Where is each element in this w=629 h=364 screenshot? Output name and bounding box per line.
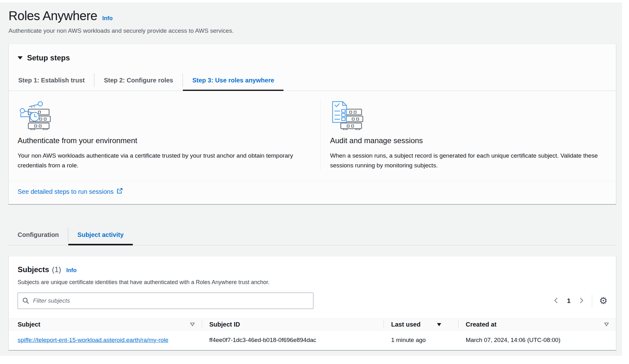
checklist-document-server-icon (330, 126, 365, 131)
sort-icon-outline[interactable] (190, 322, 195, 327)
audit-description: When a session runs, a subject record is… (330, 151, 607, 170)
pagination-current-page[interactable]: 1 (567, 297, 570, 305)
subjects-count: (1) (52, 265, 61, 274)
tab-step1-establish-trust[interactable]: Step 1: Establish trust (9, 70, 94, 91)
subjects-table-header: Subject Subject ID Last used Created at (9, 318, 616, 330)
chevron-left-icon (554, 297, 558, 305)
sort-icon-outline[interactable] (604, 322, 609, 327)
authenticate-description: Your non AWS workloads authenticate via … (18, 151, 295, 170)
page-subtitle: Authenticate your non AWS workloads and … (8, 27, 616, 34)
created-at-cell: March 07, 2024, 14:06 (UTC-08:00) (458, 337, 616, 344)
detailed-steps-link[interactable]: See detailed steps to run sessions (18, 188, 123, 196)
tab-step3-use-roles-anywhere[interactable]: Step 3: Use roles anywhere (183, 70, 284, 91)
authenticate-heading: Authenticate from your environment (18, 136, 305, 145)
subjects-card: Subjects (1) Info Subjects are unique ce… (8, 256, 616, 350)
tab-step2-configure-roles[interactable]: Step 2: Configure roles (94, 70, 183, 91)
column-header-subject-id[interactable]: Subject ID (202, 319, 384, 330)
setup-steps-card: Setup steps Step 1: Establish trust Step… (8, 44, 616, 204)
audit-column: Audit and manage sessions When a session… (321, 100, 607, 170)
setup-steps-tabstrip: Step 1: Establish trust Step 2: Configur… (9, 70, 616, 91)
column-header-last-used[interactable]: Last used (384, 319, 458, 330)
external-link-icon (114, 188, 123, 196)
sort-icon-descending[interactable] (437, 322, 441, 327)
subject-spiffe-link[interactable]: spiffe://teleport-ent-15-workload.astero… (18, 337, 168, 343)
subjects-description: Subjects are unique certificate identiti… (18, 279, 607, 286)
table-row: spiffe://teleport-ent-15-workload.astero… (9, 330, 616, 350)
caret-down-icon (18, 56, 23, 60)
tab-subject-activity[interactable]: Subject activity (68, 224, 133, 245)
subjects-info-link[interactable]: Info (66, 267, 76, 274)
filter-field (18, 293, 313, 309)
chevron-right-icon (579, 297, 584, 305)
subject-id-cell: ff4ee0f7-1dc3-46ed-b018-0f696e894dac (202, 337, 384, 344)
subjects-title: Subjects (18, 265, 49, 274)
audit-heading: Audit and manage sessions (330, 136, 607, 145)
table-settings-gear-icon[interactable]: ⚙ (599, 296, 608, 305)
keys-clock-server-icon (18, 126, 53, 131)
column-header-subject[interactable]: Subject (9, 319, 202, 330)
setup-steps-title: Setup steps (27, 53, 70, 62)
pagination-next-button[interactable] (578, 296, 585, 306)
toolbar-divider (592, 294, 592, 307)
console-content-area: Roles Anywhere Info Authenticate your no… (0, 3, 622, 356)
page-header: Roles Anywhere Info Authenticate your no… (8, 9, 616, 34)
setup-steps-expander[interactable]: Setup steps (9, 44, 616, 70)
last-used-cell: 1 minute ago (384, 337, 458, 344)
column-header-created-at[interactable]: Created at (458, 319, 616, 330)
tab-configuration[interactable]: Configuration (8, 224, 68, 245)
content-tabstrip: Configuration Subject activity (8, 224, 616, 245)
pagination-prev-button[interactable] (553, 296, 559, 306)
page-info-link[interactable]: Info (102, 15, 113, 22)
page-title: Roles Anywhere (8, 9, 97, 23)
filter-subjects-input[interactable] (18, 293, 313, 309)
authenticate-column: Authenticate from your environment Your … (18, 100, 321, 170)
